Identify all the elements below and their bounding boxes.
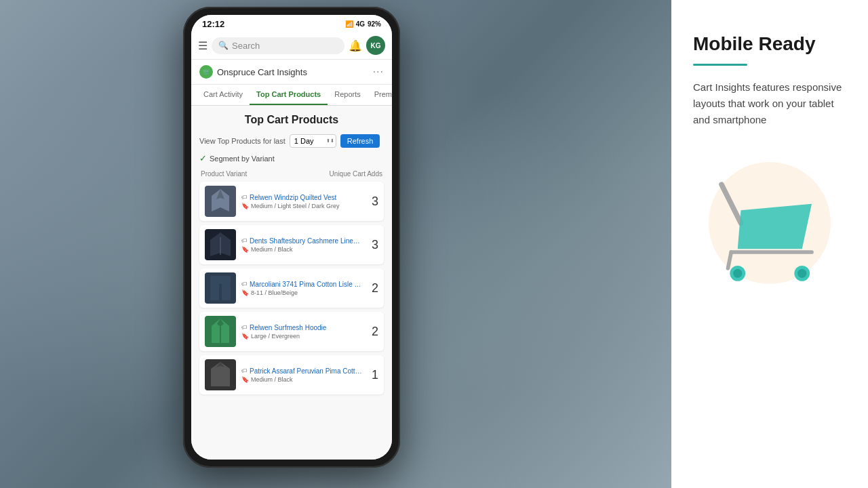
tab-cart-activity[interactable]: Cart Activity [197,85,250,105]
product-item: 🏷 Patrick Assaraf Peruvian Pima Cotto...… [199,355,384,394]
app-title-row: 🛒 Onspruce Cart Insights [199,65,307,79]
search-box[interactable]: 🔍 Search [212,37,344,54]
product-name[interactable]: Dents Shaftesbury Cashmere Lined ... [250,237,362,245]
svg-line-20 [728,252,732,268]
segment-row: ✓ Segment by Variant [199,153,384,163]
tag-icon: 🏷 [241,324,248,331]
tag-icon: 🏷 [241,194,248,201]
panel-description: Cart Insights features responsive layout… [693,79,846,128]
panel-title: Mobile Ready [693,33,846,56]
content-area: Top Cart Products View Top Products for … [191,106,392,460]
cart-svg [709,169,837,284]
phone-wrapper: 12:12 📶 4G 92% ☰ 🔍 Search 🔔 [183,7,407,481]
tab-top-cart-products[interactable]: Top Cart Products [250,85,328,105]
product-name[interactable]: Patrick Assaraf Peruvian Pima Cotto... [250,367,362,375]
product-info: 🏷 Patrick Assaraf Peruvian Pima Cotto...… [241,367,362,383]
phone-device: 12:12 📶 4G 92% ☰ 🔍 Search 🔔 [183,7,400,468]
day-select[interactable]: 1 Day 7 Days 30 Days [290,134,336,148]
avatar: KG [366,36,385,55]
variant-row: 🔖 Medium / Black [241,376,362,383]
tabs-bar: Cart Activity Top Cart Products Reports … [191,85,392,106]
cart-count: 3 [368,195,378,209]
product-info: 🏷 Relwen Windzip Quilted Vest 🔖 Medium /… [241,194,362,209]
product-thumbnail [205,229,236,260]
app-header: 🛒 Onspruce Cart Insights ··· [191,60,392,85]
variant-icon: 🔖 [241,333,249,340]
variant-icon: 🔖 [241,376,249,383]
filter-label: View Top Products for last [199,137,285,145]
hamburger-icon[interactable]: ☰ [198,39,208,52]
variant-icon: 🔖 [241,289,249,296]
product-name[interactable]: Relwen Surfmesh Hoodie [250,324,326,331]
product-thumbnail [205,359,236,390]
tab-premium[interactable]: Prem... [368,85,392,105]
variant-row: 🔖 Large / Evergreen [241,333,362,340]
status-icons: 📶 4G 92% [345,20,381,28]
status-time: 12:12 [202,19,224,29]
variant-text: 8-11 / Blue/Beige [251,289,298,296]
refresh-button[interactable]: Refresh [340,134,380,148]
cart-count: 3 [368,238,378,252]
variant-row: 🔖 8-11 / Blue/Beige [241,289,362,296]
svg-line-17 [722,184,741,223]
dots-menu[interactable]: ··· [373,66,384,78]
product-list: 🏷 Relwen Windzip Quilted Vest 🔖 Medium /… [199,182,384,394]
product-info: 🏷 Marcoliani 3741 Pima Cotton Lisle B...… [241,281,362,296]
product-item: 🏷 Dents Shaftesbury Cashmere Lined ... 🔖… [199,225,384,264]
app-icon-symbol: 🛒 [203,68,210,75]
page-title: Top Cart Products [199,114,384,126]
segment-label: Segment by Variant [210,155,275,163]
tag-icon: 🏷 [241,237,248,244]
svg-marker-18 [738,203,812,249]
bell-icon[interactable]: 🔔 [349,39,362,52]
search-placeholder: Search [232,41,260,51]
svg-point-22 [733,268,742,277]
product-info: 🏷 Relwen Surfmesh Hoodie 🔖 Large / Everg… [241,324,362,340]
variant-row: 🔖 Medium / Black [241,246,362,253]
product-name-row: 🏷 Marcoliani 3741 Pima Cotton Lisle B... [241,281,362,288]
svg-point-24 [797,268,806,277]
svg-rect-8 [210,284,219,300]
top-bar: ☰ 🔍 Search 🔔 KG [191,32,392,60]
col-product-variant: Product Variant [201,170,247,178]
col-unique-cart-adds: Unique Cart Adds [330,170,382,178]
svg-rect-7 [210,276,231,284]
product-thumbnail [205,186,236,217]
variant-text: Medium / Black [251,376,293,383]
battery-icon: 92% [368,20,381,28]
phone-screen: 12:12 📶 4G 92% ☰ 🔍 Search 🔔 [191,15,392,460]
avatar-initials: KG [371,42,381,49]
product-name[interactable]: Marcoliani 3741 Pima Cotton Lisle B... [250,281,362,288]
product-item: 🏷 Relwen Windzip Quilted Vest 🔖 Medium /… [199,182,384,221]
product-name-row: 🏷 Dents Shaftesbury Cashmere Lined ... [241,237,362,245]
product-name-row: 🏷 Relwen Surfmesh Hoodie [241,324,362,331]
variant-icon: 🔖 [241,203,249,209]
wifi-icon: 📶 [345,20,353,28]
product-item: 🏷 Relwen Surfmesh Hoodie 🔖 Large / Everg… [199,312,384,351]
tab-reports[interactable]: Reports [328,85,368,105]
filter-row: View Top Products for last 1 Day 7 Days … [199,134,384,148]
status-bar: 12:12 📶 4G 92% [191,15,392,32]
product-name[interactable]: Relwen Windzip Quilted Vest [250,194,336,201]
product-thumbnail [205,316,236,347]
cart-count: 1 [368,368,378,382]
app-name: Onspruce Cart Insights [217,67,307,77]
cart-count: 2 [368,325,378,339]
signal-icon: 4G [356,20,365,28]
variant-text: Medium / Light Steel / Dark Grey [251,203,340,209]
variant-text: Medium / Black [251,246,293,253]
app-icon: 🛒 [199,65,213,79]
svg-rect-9 [222,284,231,300]
day-select-wrapper[interactable]: 1 Day 7 Days 30 Days [290,134,336,148]
product-info: 🏷 Dents Shaftesbury Cashmere Lined ... 🔖… [241,237,362,253]
right-panel: Mobile Ready Cart Insights features resp… [671,0,868,488]
product-name-row: 🏷 Patrick Assaraf Peruvian Pima Cotto... [241,367,362,375]
tag-icon: 🏷 [241,367,248,374]
list-header: Product Variant Unique Cart Adds [199,170,384,178]
title-underline [693,64,747,66]
product-name-row: 🏷 Relwen Windzip Quilted Vest [241,194,362,201]
product-thumbnail [205,272,236,304]
tag-icon: 🏷 [241,281,248,287]
search-icon: 🔍 [218,41,229,50]
variant-text: Large / Evergreen [251,333,300,340]
